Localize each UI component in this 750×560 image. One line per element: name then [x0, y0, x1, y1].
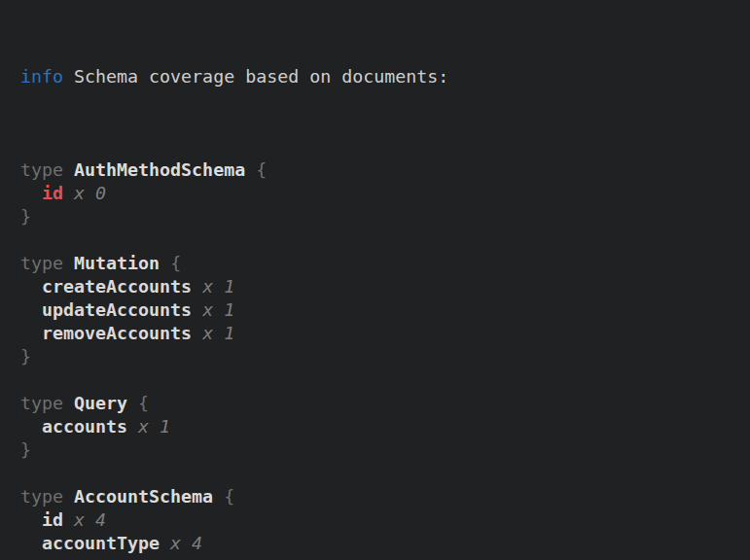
field-coverage-line: id x 0 [20, 182, 740, 205]
coverage-header-text: Schema coverage based on documents: [74, 66, 448, 87]
field-name: id [42, 183, 63, 203]
close-brace: } [20, 206, 31, 227]
type-name: Query [74, 393, 127, 413]
field-count: x 4 [74, 509, 106, 530]
schema-blocks: type AuthMethodSchema { id x 0}type Muta… [20, 158, 740, 560]
field-coverage-line: id x 4 [20, 508, 740, 532]
type-keyword: type [20, 253, 63, 273]
close-brace: } [20, 439, 31, 460]
type-keyword: type [20, 393, 63, 413]
type-block: type AuthMethodSchema { id x 0} [20, 158, 740, 228]
field-count: x 4 [170, 533, 202, 553]
space [63, 66, 74, 87]
type-block: type Mutation { createAccounts x 1 updat… [20, 252, 740, 368]
field-name: createAccounts [42, 276, 192, 297]
type-declaration-line: type Query { [20, 392, 740, 415]
field-count: x 1 [202, 299, 234, 320]
field-count: x 4 [170, 556, 202, 560]
close-brace-line: } [20, 205, 740, 228]
close-brace: } [20, 346, 31, 367]
type-declaration-line: type AuthMethodSchema { [20, 158, 740, 182]
type-name: AuthMethodSchema [74, 159, 245, 180]
field-count: x 1 [138, 416, 170, 437]
field-count: x 1 [202, 323, 234, 343]
field-name: accountName [42, 556, 160, 560]
type-name: Mutation [74, 253, 160, 273]
field-coverage-line: accountName x 4 [20, 555, 740, 560]
type-declaration-line: type AccountSchema { [20, 485, 740, 508]
type-name: AccountSchema [74, 486, 213, 507]
field-name: id [42, 509, 63, 530]
close-brace-line: } [20, 345, 740, 368]
type-keyword: type [20, 159, 63, 180]
field-coverage-line: removeAccounts x 1 [20, 322, 740, 345]
field-coverage-line: accounts x 1 [20, 415, 740, 438]
field-coverage-line: accountType x 4 [20, 532, 740, 555]
open-brace: { [224, 486, 234, 507]
open-brace: { [256, 159, 267, 180]
type-declaration-line: type Mutation { [20, 252, 740, 275]
field-name: accounts [42, 416, 127, 437]
type-block: type AccountSchema { id x 4 accountType … [20, 485, 740, 560]
field-coverage-line: updateAccounts x 1 [20, 298, 740, 322]
field-coverage-line: createAccounts x 1 [20, 275, 740, 298]
type-keyword: type [20, 486, 63, 507]
open-brace: { [170, 253, 181, 273]
field-name: removeAccounts [42, 323, 192, 343]
type-block: type Query { accounts x 1} [20, 392, 740, 462]
field-name: updateAccounts [42, 299, 192, 320]
field-count: x 1 [202, 276, 234, 297]
info-line: info Schema coverage based on documents: [20, 65, 740, 88]
info-label: info [20, 66, 63, 87]
close-brace-line: } [20, 438, 740, 462]
field-count: x 0 [74, 183, 106, 203]
open-brace: { [138, 393, 149, 413]
field-name: accountType [42, 533, 160, 553]
terminal-output: info Schema coverage based on documents:… [0, 0, 750, 560]
